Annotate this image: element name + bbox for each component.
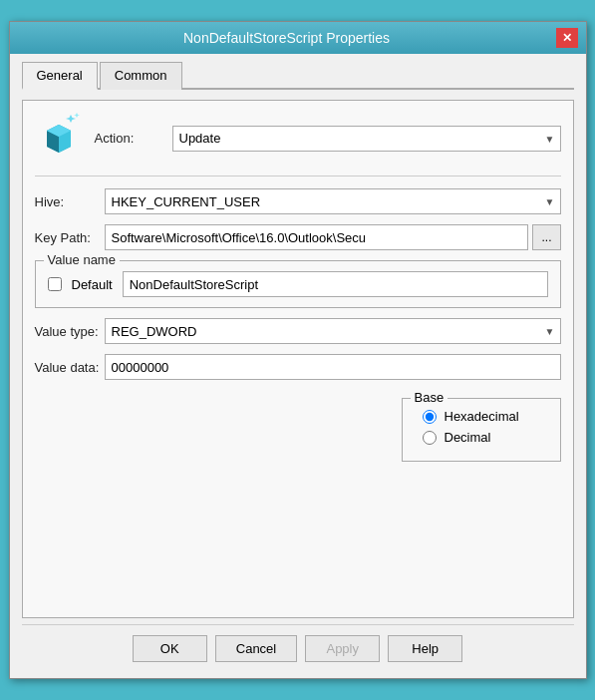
value-data-label: Value data:	[35, 360, 105, 375]
value-data-input[interactable]	[105, 354, 561, 380]
hive-select[interactable]: HKEY_CURRENT_USER HKEY_LOCAL_MACHINE HKE…	[105, 188, 561, 214]
action-label: Action:	[95, 131, 164, 146]
base-section: Base Hexadecimal Decimal	[35, 390, 561, 462]
registry-icon	[35, 113, 83, 164]
decimal-label: Decimal	[445, 430, 491, 445]
base-group-label: Base	[411, 390, 448, 405]
default-label: Default	[72, 277, 113, 292]
hexadecimal-label: Hexadecimal	[445, 409, 519, 424]
value-type-label: Value type:	[35, 324, 105, 339]
base-group: Base Hexadecimal Decimal	[402, 398, 561, 462]
bottom-buttons: OK Cancel Apply Help	[22, 624, 574, 666]
main-window: NonDefaultStoreScript Properties ✕ Gener…	[9, 21, 587, 679]
value-name-input[interactable]	[123, 271, 548, 297]
value-type-select-wrapper: REG_DWORD REG_SZ REG_BINARY REG_EXPAND_S…	[105, 318, 561, 344]
value-name-group-label: Value name	[44, 252, 120, 267]
hive-row: Hive: HKEY_CURRENT_USER HKEY_LOCAL_MACHI…	[35, 188, 561, 214]
window-body: General Common	[10, 54, 586, 678]
value-name-group: Value name Default	[35, 260, 561, 308]
help-button[interactable]: Help	[388, 635, 462, 662]
browse-button[interactable]: ...	[532, 224, 560, 250]
value-data-row: Value data:	[35, 354, 561, 380]
hive-label: Hive:	[35, 194, 105, 209]
decimal-row: Decimal	[423, 430, 540, 445]
key-path-input[interactable]	[105, 224, 529, 250]
ok-button[interactable]: OK	[133, 635, 207, 662]
default-checkbox[interactable]	[48, 277, 62, 291]
action-select[interactable]: Update Create Delete Replace	[172, 126, 561, 152]
default-checkbox-row: Default	[48, 271, 548, 297]
action-select-wrapper: Update Create Delete Replace ▼	[172, 126, 561, 152]
svg-marker-0	[66, 115, 76, 123]
key-path-row: Key Path: ...	[35, 224, 561, 250]
tab-common[interactable]: Common	[100, 62, 182, 90]
window-title: NonDefaultStoreScript Properties	[18, 30, 556, 46]
title-bar: NonDefaultStoreScript Properties ✕	[10, 22, 586, 54]
key-path-label: Key Path:	[35, 230, 105, 245]
value-type-select[interactable]: REG_DWORD REG_SZ REG_BINARY REG_EXPAND_S…	[105, 318, 561, 344]
tab-general[interactable]: General	[22, 62, 98, 90]
hexadecimal-radio[interactable]	[423, 410, 437, 424]
hive-select-wrapper: HKEY_CURRENT_USER HKEY_LOCAL_MACHINE HKE…	[105, 188, 561, 214]
value-type-row: Value type: REG_DWORD REG_SZ REG_BINARY …	[35, 318, 561, 344]
cancel-button[interactable]: Cancel	[215, 635, 297, 662]
close-button[interactable]: ✕	[556, 28, 578, 48]
apply-button[interactable]: Apply	[305, 635, 380, 662]
action-row: Action: Update Create Delete Replace ▼	[35, 113, 561, 164]
svg-marker-1	[74, 113, 80, 118]
tab-bar: General Common	[22, 62, 574, 90]
decimal-radio[interactable]	[423, 431, 437, 445]
hexadecimal-row: Hexadecimal	[423, 409, 540, 424]
tab-content-general: Action: Update Create Delete Replace ▼ H…	[22, 100, 574, 618]
